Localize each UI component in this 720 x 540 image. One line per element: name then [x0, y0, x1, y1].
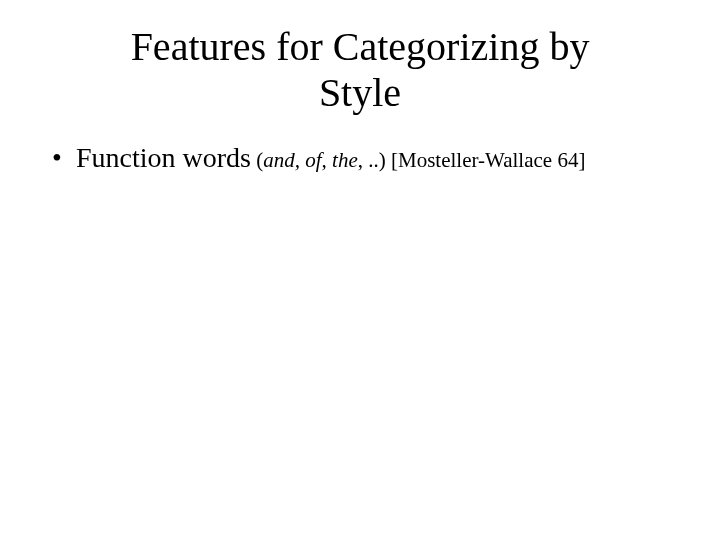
slide: Features for Categorizing by Style Funct…: [0, 0, 720, 540]
bullet-examples: and, of, the: [263, 148, 358, 172]
paren-close: ): [379, 148, 391, 172]
slide-title: Features for Categorizing by Style: [0, 0, 720, 116]
bullet-dots: , ..: [358, 148, 379, 172]
bullet-list: Function words (and, of, the, ..) [Moste…: [48, 140, 672, 175]
paren-open: (: [251, 148, 263, 172]
bullet-lead: Function words: [76, 142, 251, 173]
slide-body: Function words (and, of, the, ..) [Moste…: [0, 116, 720, 175]
title-line-2: Style: [319, 70, 401, 115]
bullet-citation: [Mosteller-Wallace 64]: [391, 148, 585, 172]
title-line-1: Features for Categorizing by: [131, 24, 590, 69]
bullet-item-1: Function words (and, of, the, ..) [Moste…: [48, 140, 672, 175]
